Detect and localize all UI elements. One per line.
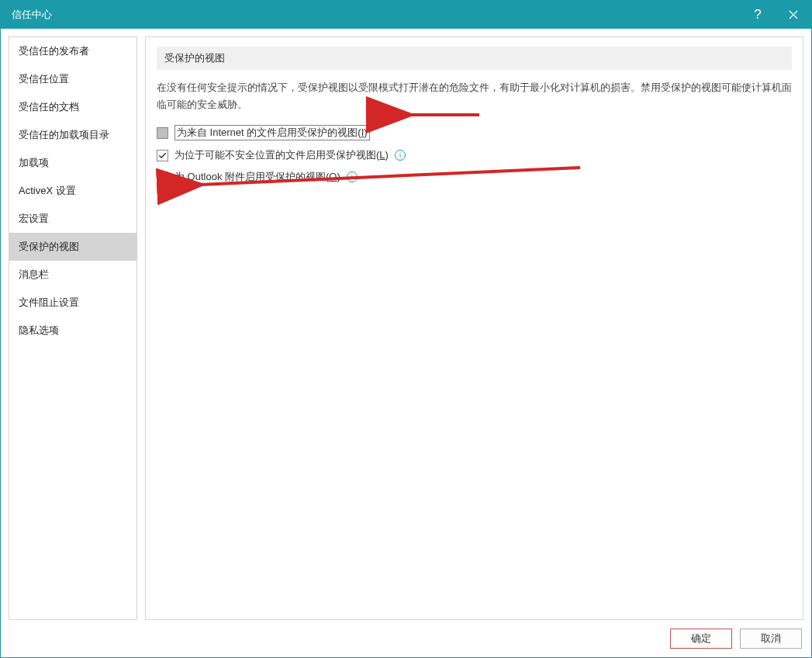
option-label-0[interactable]: 为来自 Internet 的文件启用受保护的视图(I): [174, 125, 370, 140]
content-panel: 受保护的视图 在没有任何安全提示的情况下，受保护视图以受限模式打开潜在的危险文件…: [145, 36, 803, 620]
option-label-2[interactable]: 为 Outlook 附件启用受保护的视图(O): [174, 170, 340, 184]
option-label-1[interactable]: 为位于可能不安全位置的文件启用受保护视图(L): [174, 148, 389, 162]
sidebar: 受信任的发布者受信任位置受信任的文档受信任的加载项目录加载项ActiveX 设置…: [9, 36, 137, 620]
sidebar-item-2[interactable]: 受信任的文档: [9, 93, 136, 121]
help-icon: ?: [754, 7, 761, 23]
dialog-footer: 确定 取消: [1, 620, 811, 657]
close-button[interactable]: [776, 1, 811, 29]
section-header: 受保护的视图: [157, 47, 792, 70]
options-list: 为来自 Internet 的文件启用受保护的视图(I)为位于可能不安全位置的文件…: [157, 121, 792, 188]
info-icon[interactable]: i: [347, 171, 358, 182]
sidebar-item-7[interactable]: 受保护的视图: [9, 233, 136, 261]
dialog-body: 受信任的发布者受信任位置受信任的文档受信任的加载项目录加载项ActiveX 设置…: [1, 29, 811, 620]
titlebar: 信任中心 ?: [1, 1, 811, 29]
sidebar-item-9[interactable]: 文件阻止设置: [9, 289, 136, 317]
option-row-1: 为位于可能不安全位置的文件启用受保护视图(L)i: [157, 144, 792, 166]
trust-center-dialog: 信任中心 ? 受信任的发布者受信任位置受信任的文档受信任的加载项目录加载项Act…: [0, 0, 812, 658]
cancel-button[interactable]: 取消: [740, 629, 802, 649]
info-icon[interactable]: i: [395, 150, 406, 161]
sidebar-item-8[interactable]: 消息栏: [9, 261, 136, 289]
option-row-2: 为 Outlook 附件启用受保护的视图(O)i: [157, 166, 792, 188]
checkbox-2[interactable]: [157, 171, 168, 183]
sidebar-item-6[interactable]: 宏设置: [9, 205, 136, 233]
sidebar-item-4[interactable]: 加载项: [9, 149, 136, 177]
help-button[interactable]: ?: [740, 1, 776, 29]
checkbox-0[interactable]: [157, 127, 168, 139]
ok-button[interactable]: 确定: [670, 629, 732, 649]
option-row-0: 为来自 Internet 的文件启用受保护的视图(I): [157, 121, 792, 144]
checkbox-1[interactable]: [157, 150, 168, 161]
sidebar-item-10[interactable]: 隐私选项: [9, 317, 136, 345]
sidebar-item-3[interactable]: 受信任的加载项目录: [9, 121, 136, 149]
section-description: 在没有任何安全提示的情况下，受保护视图以受限模式打开潜在的危险文件，有助于最小化…: [157, 79, 792, 113]
sidebar-item-5[interactable]: ActiveX 设置: [9, 177, 136, 205]
sidebar-item-0[interactable]: 受信任的发布者: [9, 37, 136, 65]
sidebar-item-1[interactable]: 受信任位置: [9, 65, 136, 93]
window-title: 信任中心: [12, 8, 740, 22]
close-icon: [789, 9, 798, 22]
